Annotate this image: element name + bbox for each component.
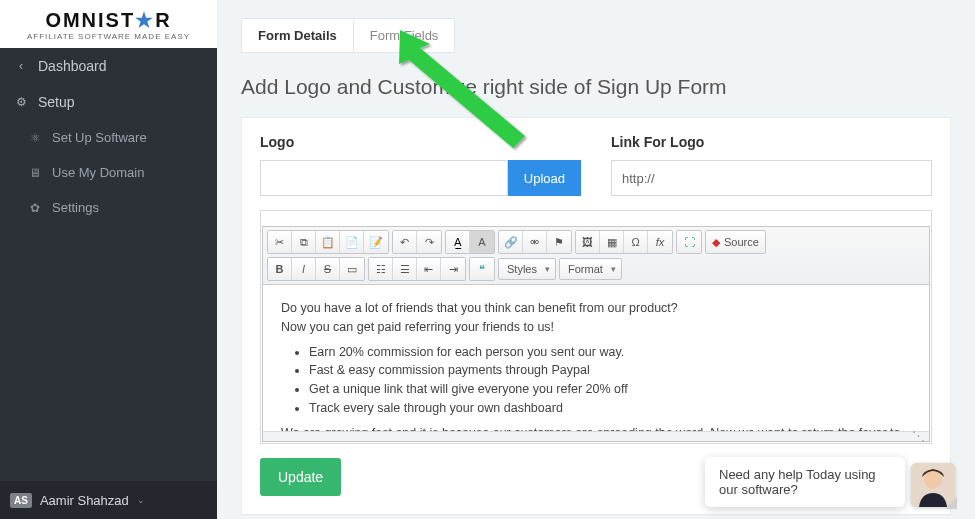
italic-icon[interactable]: I <box>292 258 316 280</box>
link-input[interactable] <box>611 160 932 196</box>
removeformat-icon[interactable]: ▭ <box>340 258 364 280</box>
format-select[interactable]: Format <box>559 258 622 280</box>
editor-paragraph: Do you have a lot of friends that you th… <box>281 299 911 318</box>
specialchar-icon[interactable]: Ω <box>624 231 648 253</box>
tab-form-details[interactable]: Form Details <box>241 18 353 53</box>
svg-point-2 <box>924 471 942 489</box>
sidebar-item-setup[interactable]: ⚙ Setup <box>0 84 217 120</box>
editor-bullet: Get a unique link that will give everyon… <box>309 380 911 399</box>
strike-icon[interactable]: S <box>316 258 340 280</box>
sidebar-item-label: Dashboard <box>38 58 107 74</box>
editor-bullets: Earn 20% commission for each person you … <box>309 343 911 418</box>
sidebar-item-label: Set Up Software <box>52 130 147 145</box>
help-widget[interactable]: Need any help Today using our software? <box>705 457 955 507</box>
source-button[interactable]: ◆Source <box>706 231 765 253</box>
bold-icon[interactable]: B <box>268 258 292 280</box>
editor-body[interactable]: Do you have a lot of friends that you th… <box>263 285 929 431</box>
chevron-down-icon: ⌄ <box>137 495 145 505</box>
paste-word-icon[interactable]: 📝 <box>364 231 388 253</box>
upload-button[interactable]: Upload <box>508 160 581 196</box>
logo-label: Logo <box>260 134 581 150</box>
cog-icon: ⚛ <box>28 131 42 145</box>
help-message: Need any help Today using our software? <box>719 467 876 497</box>
bg-color-icon[interactable]: A <box>470 231 494 253</box>
tab-form-fields[interactable]: Form Fields <box>353 18 456 53</box>
button-label: Source <box>724 236 759 248</box>
sidebar-item-setup-software[interactable]: ⚛ Set Up Software <box>0 120 217 155</box>
richtext-editor: ✂ ⧉ 📋 📄 📝 ↶ ↷ A̲ A <box>260 210 932 444</box>
select-label: Format <box>568 263 603 275</box>
logo-file-input[interactable] <box>260 160 508 196</box>
button-label: Upload <box>524 171 565 186</box>
sidebar-item-settings[interactable]: ✿ Settings <box>0 190 217 225</box>
editor-toolbar: ✂ ⧉ 📋 📄 📝 ↶ ↷ A̲ A <box>263 227 929 285</box>
unlink-icon[interactable]: ⚮ <box>523 231 547 253</box>
page-title: Add Logo and Customize right side of Sig… <box>241 75 951 99</box>
main-area: Form Details Form Fields Add Logo and Cu… <box>217 0 975 519</box>
sidebar-item-label: Use My Domain <box>52 165 144 180</box>
editor-bullet: Track every sale through your own dashbo… <box>309 399 911 418</box>
maximize-icon[interactable]: ⛶ <box>677 231 701 253</box>
cut-icon[interactable]: ✂ <box>268 231 292 253</box>
sidebar-item-use-domain[interactable]: 🖥 Use My Domain <box>0 155 217 190</box>
anchor-icon[interactable]: ⚑ <box>547 231 571 253</box>
monitor-icon: 🖥 <box>28 166 42 180</box>
sidebar-nav: ‹ Dashboard ⚙ Setup ⚛ Set Up Software 🖥 … <box>0 48 217 481</box>
copy-icon[interactable]: ⧉ <box>292 231 316 253</box>
undo-icon[interactable]: ↶ <box>393 231 417 253</box>
update-button[interactable]: Update <box>260 458 341 496</box>
brand-tagline: AFFILIATE SOFTWARE MADE EASY <box>27 32 190 41</box>
star-icon: ★ <box>135 9 155 31</box>
sidebar: OMNIST★R AFFILIATE SOFTWARE MADE EASY ‹ … <box>0 0 217 519</box>
editor-bullet: Earn 20% commission for each person you … <box>309 343 911 362</box>
button-label: Update <box>278 469 323 485</box>
user-name: Aamir Shahzad <box>40 493 129 508</box>
indent-icon[interactable]: ⇥ <box>441 258 465 280</box>
fx-icon[interactable]: fx <box>648 231 672 253</box>
select-label: Styles <box>507 263 537 275</box>
sidebar-item-label: Settings <box>52 200 99 215</box>
settings-icon: ✿ <box>28 201 42 215</box>
link-icon[interactable]: 🔗 <box>499 231 523 253</box>
text-color-icon[interactable]: A̲ <box>446 231 470 253</box>
link-label: Link For Logo <box>611 134 932 150</box>
editor-paragraph: Now you can get paid referring your frie… <box>281 318 911 337</box>
user-bar[interactable]: AS Aamir Shahzad ⌄ <box>0 481 217 519</box>
user-initials-badge: AS <box>10 493 32 508</box>
gear-icon: ⚙ <box>14 95 28 109</box>
tabs: Form Details Form Fields <box>241 18 951 53</box>
brand-text: OMNIST <box>45 9 135 31</box>
redo-icon[interactable]: ↷ <box>417 231 441 253</box>
editor-paragraph: We are growing fast and it is because ou… <box>281 424 911 432</box>
image-icon[interactable]: 🖼 <box>576 231 600 253</box>
resize-corner-icon <box>945 497 957 509</box>
tab-label: Form Details <box>258 28 337 43</box>
sidebar-submenu: ⚛ Set Up Software 🖥 Use My Domain ✿ Sett… <box>0 120 217 225</box>
styles-select[interactable]: Styles <box>498 258 556 280</box>
editor-bullet: Fast & easy commission payments through … <box>309 361 911 380</box>
editor-resize-handle[interactable] <box>263 431 929 441</box>
blockquote-icon[interactable]: ❝ <box>470 258 494 280</box>
brand-logo: OMNIST★R AFFILIATE SOFTWARE MADE EASY <box>0 0 217 48</box>
chevron-left-icon: ‹ <box>14 59 28 73</box>
numbered-list-icon[interactable]: ☷ <box>369 258 393 280</box>
sidebar-item-dashboard[interactable]: ‹ Dashboard <box>0 48 217 84</box>
help-bubble[interactable]: Need any help Today using our software? <box>705 457 905 507</box>
form-card: Logo Upload Link For Logo ✂ <box>241 117 951 515</box>
paste-icon[interactable]: 📋 <box>316 231 340 253</box>
table-icon[interactable]: ▦ <box>600 231 624 253</box>
brand-text-r: R <box>155 9 171 31</box>
paste-text-icon[interactable]: 📄 <box>340 231 364 253</box>
sidebar-item-label: Setup <box>38 94 75 110</box>
outdent-icon[interactable]: ⇤ <box>417 258 441 280</box>
bullet-list-icon[interactable]: ☰ <box>393 258 417 280</box>
tab-label: Form Fields <box>370 28 439 43</box>
